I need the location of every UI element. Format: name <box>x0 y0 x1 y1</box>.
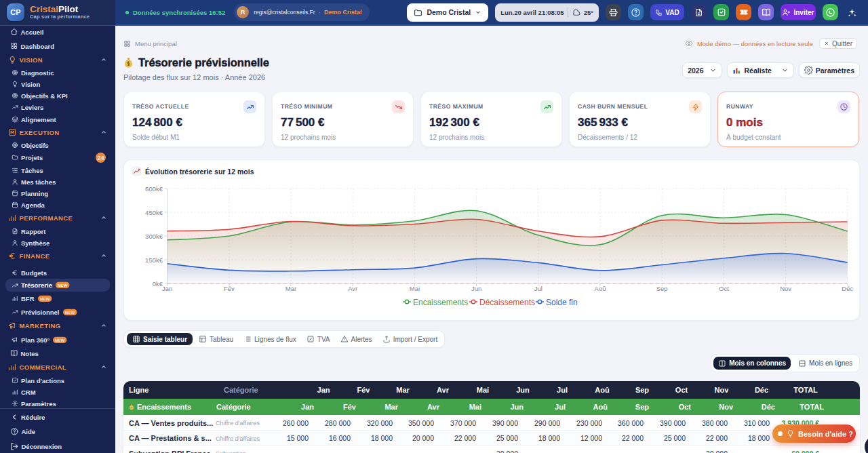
svg-text:Jun: Jun <box>471 285 481 292</box>
svg-text:Nov: Nov <box>780 285 791 292</box>
svg-text:Jan: Jan <box>162 285 172 292</box>
svg-text:600k€: 600k€ <box>145 185 163 193</box>
svg-text:Déc: Déc <box>842 285 853 292</box>
svg-text:Aoû: Aoû <box>595 285 606 292</box>
svg-text:Décaissements: Décaissements <box>479 298 535 307</box>
svg-text:Mar: Mar <box>285 285 296 292</box>
svg-text:Jul: Jul <box>534 285 542 292</box>
svg-text:Oct: Oct <box>719 285 729 292</box>
svg-text:Mai: Mai <box>410 285 420 292</box>
svg-text:Sep: Sep <box>656 285 668 292</box>
svg-text:450k€: 450k€ <box>145 209 163 216</box>
svg-text:Solde fin: Solde fin <box>546 298 578 307</box>
svg-text:Encaissements: Encaissements <box>413 298 468 307</box>
svg-text:300k€: 300k€ <box>145 233 163 240</box>
svg-text:Fév: Fév <box>224 285 235 292</box>
svg-text:Avr: Avr <box>348 285 357 292</box>
svg-text:150k€: 150k€ <box>145 256 163 264</box>
